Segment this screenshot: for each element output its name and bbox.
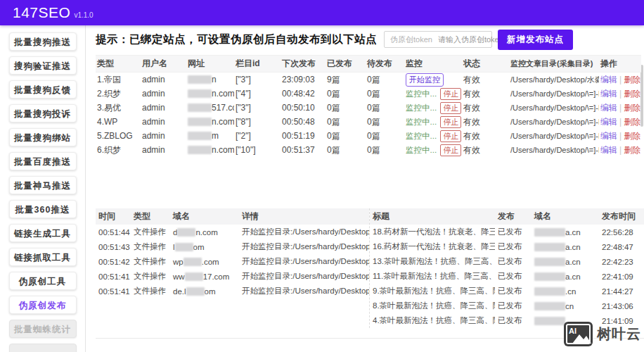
cell-published: 0篇 — [326, 101, 366, 115]
domain-suffix: a.cn — [565, 228, 581, 237]
sidebar-item[interactable]: 批量搜狗绑站 — [9, 128, 77, 146]
censored-domain-block — [534, 228, 565, 237]
cell-domain: lom — [170, 239, 239, 254]
domain-prefix: wp — [173, 258, 183, 266]
sidebar-item[interactable]: 链接生成工具 — [9, 224, 77, 242]
cell-publish-time: 22:48:47 — [599, 239, 644, 254]
start-monitor-button[interactable]: 开始监控 — [406, 73, 444, 87]
sidebar-item[interactable]: 搜狗验证推送 — [9, 56, 77, 75]
file-log-row: 00:51:43 文件操作 lom 开始监控目录:/Users/hardy/De… — [96, 239, 369, 254]
publish-log-row: 18.药材新一代泡法！抗衰老、降三高、降自体普... 已发布 a.cn 22:5… — [370, 225, 644, 239]
sidebar-item[interactable]: 批量蜘蛛统计 — [9, 320, 77, 338]
sidebar-item[interactable]: 批量360推送 — [9, 200, 77, 218]
cell-publish-status: 已发布 — [495, 239, 532, 254]
edit-link[interactable]: 编辑 — [600, 131, 617, 141]
cell-pending: 0篇 — [366, 87, 404, 101]
sidebar-item[interactable]: 批量神马推送 — [9, 176, 77, 194]
ops-separator: | — [619, 145, 622, 155]
col-title: 标题 — [370, 208, 495, 225]
cell-next-publish: 00:48:42 — [281, 87, 326, 101]
cell-published: 0篇 — [326, 87, 366, 101]
stop-monitor-button[interactable]: 停止 — [440, 116, 461, 128]
col-publish-time: 发布时间 — [599, 208, 644, 225]
edit-link[interactable]: 编辑 — [600, 117, 617, 127]
col-url: 网址 — [186, 56, 234, 73]
cell-type: 文件操作 — [131, 284, 170, 298]
url-suffix: n.com — [212, 145, 234, 155]
domain-suffix: n.com — [195, 228, 217, 237]
cell-domain: ww17.com — [170, 269, 239, 284]
sidebar-item[interactable]: 批量搜狗推送 — [9, 32, 77, 51]
cell-url: n.com — [186, 87, 234, 101]
site-row: 6.织梦 admin n.com ["10"] 00:51:37 0篇 0篇 监… — [96, 143, 641, 157]
monitoring-status: 监控中... — [406, 89, 437, 98]
delete-link[interactable]: 删除 — [624, 145, 640, 155]
watermark-label: 树叶云 — [597, 325, 641, 344]
col-detail: 详情 — [239, 208, 369, 225]
censored-url-block — [188, 75, 212, 84]
publish-log-row: 9.茶叶最新泡法！抗癌、降三高、降尿酸效力涨十... 已发布 .cn 21:44… — [370, 284, 644, 298]
cell-type: 1.帝国 — [96, 73, 141, 87]
delete-link[interactable]: 删除 — [624, 117, 640, 127]
edit-link[interactable]: 编辑 — [600, 103, 617, 113]
censored-domain-block — [186, 287, 205, 296]
delete-link[interactable]: 删除 — [624, 103, 640, 113]
cell-publish-status: 已发布 — [495, 313, 532, 328]
cell-title: 9.茶叶最新泡法！抗癌、降三高、降尿酸效力涨十... — [370, 284, 495, 298]
cell-domain: de.lom — [170, 284, 239, 298]
delete-link[interactable]: 删除 — [624, 75, 640, 84]
file-log-header: 时间 类型 域名 详情 — [96, 208, 369, 225]
edit-link[interactable]: 编辑 — [600, 89, 617, 99]
cell-status: 有效 — [462, 143, 509, 157]
stop-monitor-button[interactable]: 停止 — [440, 88, 461, 100]
sidebar-item[interactable]: 批量搜狗投诉 — [9, 104, 77, 122]
cell-pending: 0篇 — [366, 115, 404, 129]
cell-monitor: 监控中... 停止 — [404, 101, 462, 115]
edit-link[interactable]: 编辑 — [600, 145, 617, 155]
stop-monitor-button[interactable]: 停止 — [440, 130, 461, 142]
cell-status: 有效 — [462, 87, 509, 101]
file-log-row: 00:51:42 文件操作 wp.com 开始监控目录:/Users/hardy… — [96, 254, 369, 269]
sidebar-item[interactable]: 伪原创工具 — [9, 272, 77, 290]
cell-next-publish: 00:50:10 — [281, 101, 326, 115]
cell-column-id: ["2"] — [234, 129, 281, 143]
sidebar-item[interactable]: 批量搜狗反馈 — [9, 80, 77, 99]
cell-monitor: 监控中... 停止 — [404, 87, 462, 101]
edit-link[interactable]: 编辑 — [600, 75, 617, 84]
delete-link[interactable]: 删除 — [624, 131, 640, 141]
sidebar-item[interactable]: 伪原创发布 — [9, 296, 77, 314]
cell-status: 有效 — [462, 73, 509, 87]
cell-type: 3.易优 — [96, 101, 141, 115]
cell-url: m — [186, 129, 234, 143]
domain-suffix: .com — [202, 258, 219, 266]
sidebar-item[interactable]: 链接抓取工具 — [9, 248, 77, 266]
cell-time: 00:51:42 — [96, 254, 131, 269]
cell-domain: cn — [532, 298, 599, 313]
svg-text:AI: AI — [569, 327, 577, 335]
cell-type: 文件操作 — [131, 239, 170, 254]
sidebar-item[interactable]: 批量百度推送 — [9, 152, 77, 170]
site-row: 4.WP admin n.com ["8"] 00:50:48 0篇 0篇 监控… — [96, 115, 641, 129]
cell-pending: 0篇 — [366, 101, 404, 115]
col-monitor-dir: 监控文章目录(采集目录) — [509, 56, 599, 73]
url-suffix: n.com — [212, 117, 234, 127]
delete-link[interactable]: 删除 — [624, 89, 640, 99]
cell-monitor: 监控中... 停止 — [404, 129, 462, 143]
monitoring-status: 监控中... — [406, 146, 437, 154]
cell-domain: a.cn — [532, 239, 599, 254]
stop-monitor-button[interactable]: 停止 — [440, 102, 461, 114]
ops-separator: | — [619, 117, 622, 127]
cell-next-publish: 00:51:19 — [281, 129, 326, 143]
sidebar-item[interactable] — [9, 344, 77, 352]
add-publish-site-button[interactable]: 新增发布站点 — [498, 30, 573, 50]
col-pending: 待发布 — [366, 56, 404, 73]
censored-url-block — [188, 132, 212, 140]
cell-publish-time: 22:42:23 — [599, 254, 644, 269]
stop-monitor-button[interactable]: 停止 — [440, 144, 461, 156]
token-input[interactable]: 伪原创token 请输入伪原创token — [384, 31, 492, 48]
token-input-placeholder: 请输入伪原创token — [438, 34, 503, 45]
cell-time: 00:51:41 — [96, 269, 131, 284]
cell-column-id: ["10"] — [234, 143, 281, 157]
cell-monitor: 监控中... 停止 — [404, 115, 462, 129]
cell-monitor: 开始监控 — [404, 73, 462, 87]
